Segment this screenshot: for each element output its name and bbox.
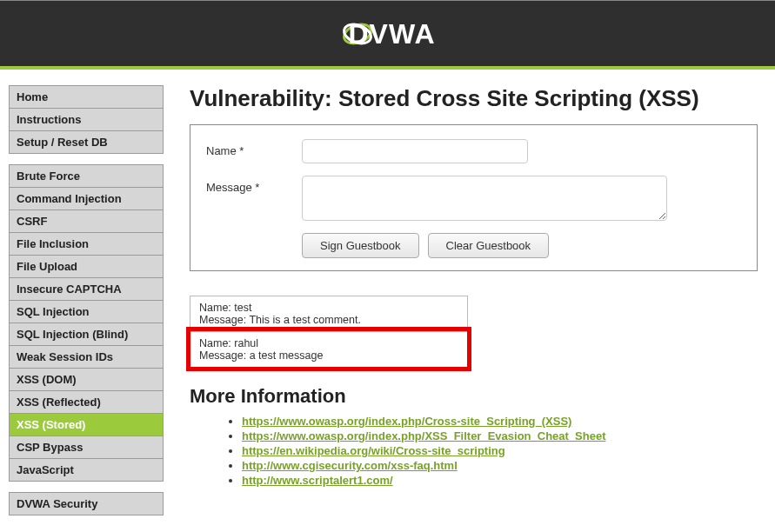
more-info-link[interactable]: https://en.wikipedia.org/wiki/Cross-site… xyxy=(242,444,505,457)
list-item: https://www.owasp.org/index.php/Cross-si… xyxy=(242,415,758,428)
guestbook-entry: Name: rahulMessage: a test message xyxy=(190,331,467,367)
page-title: Vulnerability: Stored Cross Site Scripti… xyxy=(190,85,758,112)
sidebar-item-weak-session[interactable]: Weak Session IDs xyxy=(9,345,164,368)
sign-guestbook-button[interactable]: Sign Guestbook xyxy=(302,233,419,258)
sidebar-item-instructions[interactable]: Instructions xyxy=(9,108,164,130)
entry-message: Message: This is a test comment. xyxy=(199,314,458,326)
main-panel: Vulnerability: Stored Cross Site Scripti… xyxy=(190,85,766,489)
more-info-links: https://www.owasp.org/index.php/Cross-si… xyxy=(190,415,758,487)
more-info-link[interactable]: https://www.owasp.org/index.php/XSS_Filt… xyxy=(242,429,606,442)
sidebar-item-cmd-inj[interactable]: Command Injection xyxy=(9,187,164,209)
sidebar-item-home[interactable]: Home xyxy=(9,85,164,108)
list-item: https://en.wikipedia.org/wiki/Cross-site… xyxy=(242,444,758,457)
sidebar-item-setup[interactable]: Setup / Reset DB xyxy=(9,130,164,154)
logo-text: DVWA xyxy=(349,20,436,48)
sidebar-item-security[interactable]: DVWA Security xyxy=(9,492,164,515)
message-textarea[interactable] xyxy=(302,176,667,221)
entry-name: Name: rahul xyxy=(199,337,458,349)
guestbook-entries: Name: testMessage: This is a test commen… xyxy=(190,296,468,368)
more-info-heading: More Information xyxy=(190,385,758,408)
entry-message: Message: a test message xyxy=(199,349,458,362)
sidebar-item-xss-dom[interactable]: XSS (DOM) xyxy=(9,368,164,390)
sidebar-item-brute-force[interactable]: Brute Force xyxy=(9,164,164,187)
name-label: Name * xyxy=(206,139,302,157)
top-bar: DVWA xyxy=(0,0,775,70)
entry-name: Name: test xyxy=(199,302,458,314)
more-info-link[interactable]: https://www.owasp.org/index.php/Cross-si… xyxy=(242,415,571,428)
sidebar: HomeInstructionsSetup / Reset DBBrute Fo… xyxy=(9,85,164,526)
more-info-link[interactable]: http://www.scriptalert1.com/ xyxy=(242,474,393,487)
sidebar-item-sqli-blind[interactable]: SQL Injection (Blind) xyxy=(9,323,164,345)
more-info-link[interactable]: http://www.cgisecurity.com/xss-faq.html xyxy=(242,459,458,472)
sidebar-item-csrf[interactable]: CSRF xyxy=(9,209,164,232)
list-item: https://www.owasp.org/index.php/XSS_Filt… xyxy=(242,429,758,442)
clear-guestbook-button[interactable]: Clear Guestbook xyxy=(428,233,550,258)
list-item: http://www.scriptalert1.com/ xyxy=(242,474,758,487)
sidebar-item-csp[interactable]: CSP Bypass xyxy=(9,436,164,458)
list-item: http://www.cgisecurity.com/xss-faq.html xyxy=(242,459,758,472)
guestbook-form: Name * Message * Sign Guestbook Clear Gu… xyxy=(190,124,758,271)
sidebar-item-xss-reflected[interactable]: XSS (Reflected) xyxy=(9,390,164,413)
content-area: HomeInstructionsSetup / Reset DBBrute Fo… xyxy=(0,70,775,526)
sidebar-item-file-upload[interactable]: File Upload xyxy=(9,255,164,277)
sidebar-item-js[interactable]: JavaScript xyxy=(9,458,164,482)
guestbook-entry: Name: testMessage: This is a test commen… xyxy=(190,296,467,331)
name-input[interactable] xyxy=(302,139,528,163)
sidebar-item-file-inclusion[interactable]: File Inclusion xyxy=(9,232,164,255)
sidebar-item-xss-stored[interactable]: XSS (Stored) xyxy=(9,413,164,436)
sidebar-item-captcha[interactable]: Insecure CAPTCHA xyxy=(9,277,164,300)
dvwa-logo: DVWA xyxy=(340,17,436,51)
sidebar-item-sqli[interactable]: SQL Injection xyxy=(9,300,164,323)
message-label: Message * xyxy=(206,176,302,194)
